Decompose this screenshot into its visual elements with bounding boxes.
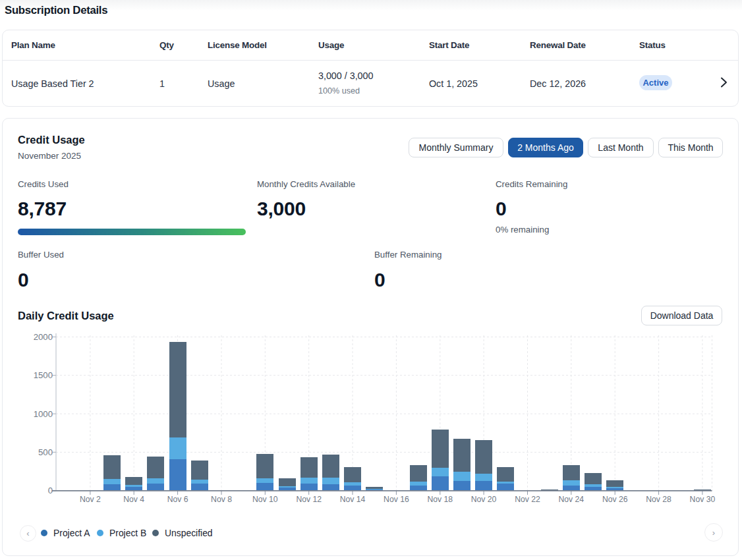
svg-text:Nov 4: Nov 4	[123, 495, 144, 504]
svg-text:Nov 16: Nov 16	[384, 495, 409, 504]
svg-text:Nov 24: Nov 24	[558, 495, 584, 504]
svg-text:Nov 28: Nov 28	[646, 495, 671, 504]
svg-text:1000: 1000	[34, 409, 53, 419]
svg-text:Nov 14: Nov 14	[340, 495, 366, 504]
svg-text:Nov 18: Nov 18	[427, 495, 453, 504]
svg-text:Nov 30: Nov 30	[690, 495, 716, 504]
svg-text:500: 500	[38, 447, 53, 457]
svg-text:Nov 26: Nov 26	[602, 495, 628, 504]
svg-text:1500: 1500	[34, 370, 53, 380]
svg-text:Nov 20: Nov 20	[471, 495, 497, 504]
svg-text:Nov 6: Nov 6	[167, 495, 188, 504]
svg-text:Nov 8: Nov 8	[211, 495, 232, 504]
svg-text:Nov 10: Nov 10	[252, 495, 278, 504]
svg-text:2000: 2000	[34, 332, 53, 342]
svg-text:Nov 22: Nov 22	[515, 495, 540, 504]
svg-text:Nov 2: Nov 2	[80, 495, 101, 504]
svg-text:Nov 12: Nov 12	[296, 495, 322, 504]
svg-text:0: 0	[48, 486, 53, 495]
